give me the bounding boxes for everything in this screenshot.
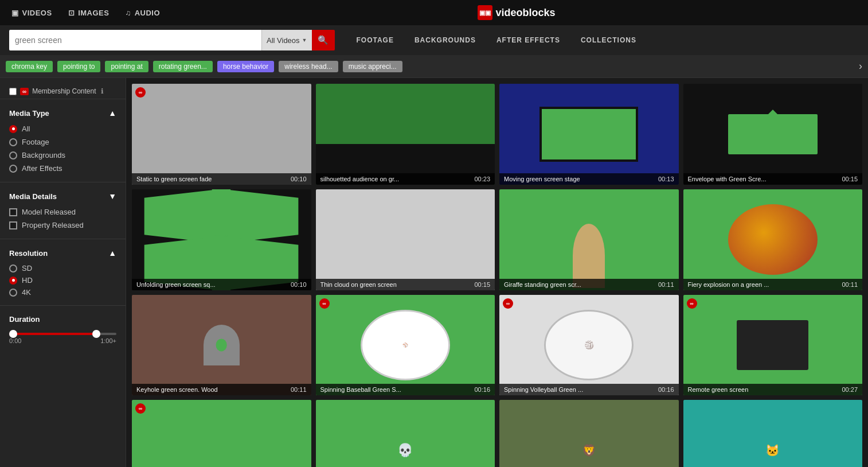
tag-chroma-key[interactable]: chroma key [6, 61, 53, 72]
logo[interactable]: ▣▣ videoblocks [478, 5, 556, 20]
resolution-hd[interactable]: HD [9, 274, 116, 286]
model-released-checkbox[interactable] [9, 208, 17, 216]
model-released-item[interactable]: Model Released [9, 205, 116, 219]
video-card[interactable]: ⚾ ∞ Spinning Baseball Green S... 00:16 [316, 295, 495, 396]
collapse-resolution-icon[interactable]: ▲ [108, 248, 116, 258]
duration-labels: 0:00 1:00+ [9, 337, 116, 344]
media-type-section: Media Type ▲ All Footage Backgrounds Aft… [0, 103, 126, 178]
tag-music-appre[interactable]: music appreci... [343, 61, 402, 72]
chevron-down-icon: ▼ [302, 37, 307, 43]
video-thumbnail [499, 84, 679, 185]
content-area: ∞ Static to green screen fade 00:10 silh… [126, 78, 868, 467]
collapse-media-details-icon[interactable]: ▼ [108, 192, 116, 201]
video-duration: 00:10 [291, 281, 307, 288]
sidebar-divider-1 [0, 182, 126, 182]
next-arrow-icon[interactable]: › [859, 60, 862, 72]
video-meta: Unfolding green screen sq... 00:10 [132, 279, 311, 290]
video-meta: Moving green screen stage 00:13 [499, 173, 679, 185]
video-thumbnail: 🦁 [499, 400, 679, 467]
video-card[interactable]: Thin cloud on green screen 00:15 [316, 189, 495, 290]
duration-slider[interactable] [9, 333, 116, 335]
video-title: Keyhole green screen. Wood [136, 386, 286, 393]
property-released-item[interactable]: Property Released [9, 219, 116, 232]
search-bar: All Videos ▼ 🔍 FOOTAGE BACKGROUNDS AFTER… [0, 25, 868, 55]
video-title: Remote green screen [688, 386, 838, 393]
membership-checkbox[interactable] [9, 88, 17, 95]
nav-audio[interactable]: ♫ AUDIO [125, 9, 160, 17]
duration-slider-fill [9, 333, 100, 335]
search-input[interactable] [15, 36, 256, 45]
resolution-header: Resolution ▲ [9, 248, 116, 258]
tag-pointing-at[interactable]: pointing at [105, 61, 148, 72]
collapse-icon[interactable]: ▲ [108, 108, 116, 118]
video-card[interactable]: Keyhole green screen. Wood 00:11 [132, 295, 311, 396]
media-type-all[interactable]: All [9, 122, 116, 135]
duration-thumb-right[interactable] [92, 330, 100, 338]
media-type-header: Media Type ▲ [9, 108, 116, 118]
video-duration: 00:23 [474, 176, 490, 182]
video-card[interactable]: 🦁 Lion footage, green screen. 00:29 [499, 400, 679, 467]
property-released-checkbox[interactable] [9, 221, 17, 229]
nav-after-effects[interactable]: AFTER EFFECTS [486, 25, 570, 55]
radio-hd [9, 277, 17, 285]
main-layout: ∞ Membership Content ℹ Media Type ▲ All … [0, 78, 868, 467]
media-type-backgrounds[interactable]: Backgrounds [9, 149, 116, 162]
video-card[interactable]: Moving green screen stage 00:13 [499, 84, 679, 185]
video-card[interactable]: Fiery explosion on a green ... 00:11 [683, 189, 863, 290]
tag-scroll-bar: chroma key pointing to pointing at rotat… [0, 55, 868, 78]
video-duration: 00:11 [658, 281, 674, 288]
video-icon: ▣ [11, 9, 19, 17]
nav-images[interactable]: ⊡ IMAGES [68, 9, 110, 17]
video-thumbnail [132, 84, 311, 185]
video-thumbnail [316, 189, 495, 290]
membership-bar: ∞ Membership Content ℹ [0, 84, 126, 99]
video-thumbnail [683, 295, 863, 396]
video-card[interactable]: 🐱 ginger kitten on green scre... 00:08 [683, 400, 863, 467]
media-type-footage[interactable]: Footage [9, 135, 116, 149]
duration-thumb-left[interactable] [9, 330, 17, 338]
video-card[interactable]: ∞ Falling Bullets Green Screen 00:16 [132, 400, 311, 467]
sidebar: ∞ Membership Content ℹ Media Type ▲ All … [0, 78, 126, 467]
video-meta: Spinning Volleyball Green ... 00:16 [499, 384, 679, 395]
video-title: Moving green screen stage [504, 176, 654, 182]
video-card[interactable]: silhouetted audience on gr... 00:23 [316, 84, 495, 185]
nav-footage[interactable]: FOOTAGE [346, 25, 404, 55]
video-title: Thin cloud on green screen [320, 281, 470, 288]
search-type-select[interactable]: All Videos ▼ [261, 30, 312, 50]
media-type-after-effects[interactable]: After Effects [9, 162, 116, 175]
tag-rotating-green[interactable]: rotating green... [153, 61, 213, 72]
nav-backgrounds[interactable]: BACKGROUNDS [404, 25, 486, 55]
video-card[interactable]: 💀 Skeleton creeping green s... 00:12 [316, 400, 495, 467]
search-button[interactable]: 🔍 [312, 30, 335, 50]
video-card[interactable]: 🏐 ∞ Spinning Volleyball Green ... 00:16 [499, 295, 679, 396]
tag-pointing-to[interactable]: pointing to [57, 61, 100, 72]
video-title: Static to green screen fade [136, 176, 286, 182]
tag-wireless-head[interactable]: wireless head... [279, 61, 338, 72]
video-card[interactable]: Giraffe standing green scr... 00:11 [499, 189, 679, 290]
nav-videos[interactable]: ▣ VIDEOS [11, 9, 52, 17]
cc-badge: ∞ [135, 87, 146, 98]
video-thumbnail: 🏐 [499, 295, 679, 396]
video-thumbnail: 🐱 [683, 400, 863, 467]
video-duration: 00:15 [474, 281, 490, 288]
video-card[interactable]: Unfolding green screen sq... 00:10 [132, 189, 311, 290]
tag-horse-behavior[interactable]: horse behavior [217, 61, 274, 72]
search-input-wrap [9, 30, 261, 50]
video-duration: 00:11 [291, 386, 307, 393]
video-card[interactable]: ∞ Static to green screen fade 00:10 [132, 84, 311, 185]
info-icon: ℹ [101, 87, 104, 95]
video-card[interactable]: ∞ Remote green screen 00:27 [683, 295, 863, 396]
video-duration: 00:27 [842, 386, 858, 393]
resolution-sd[interactable]: SD [9, 262, 116, 274]
video-thumbnail [132, 189, 311, 290]
video-duration: 00:10 [291, 176, 307, 182]
resolution-4k[interactable]: 4K [9, 286, 116, 298]
video-card[interactable]: Envelope with Green Scre... 00:15 [683, 84, 863, 185]
video-title: Spinning Baseball Green S... [320, 386, 470, 393]
radio-backgrounds [9, 151, 17, 159]
nav-collections[interactable]: COLLECTIONS [570, 25, 647, 55]
video-title: silhouetted audience on gr... [320, 176, 470, 182]
video-thumbnail [683, 189, 863, 290]
video-title: Spinning Volleyball Green ... [504, 386, 654, 393]
video-title: Giraffe standing green scr... [504, 281, 654, 288]
